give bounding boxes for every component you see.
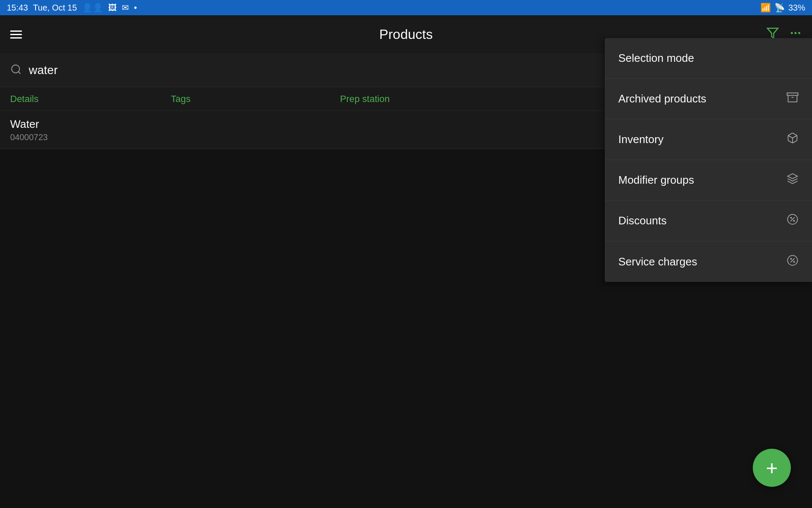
modifier-groups-icon bbox=[787, 173, 798, 188]
svg-point-3 bbox=[798, 32, 800, 34]
wifi-icon: 📶 bbox=[760, 3, 771, 13]
product-info: Water 04000723 bbox=[10, 118, 171, 142]
dropdown-item-service-charges[interactable]: Service charges bbox=[605, 241, 812, 282]
svg-point-2 bbox=[795, 32, 797, 34]
plus-icon: + bbox=[766, 456, 778, 480]
col-details-header: Details bbox=[10, 94, 171, 105]
service-charges-icon bbox=[787, 254, 798, 269]
add-product-button[interactable]: + bbox=[753, 449, 791, 487]
hamburger-line-1 bbox=[10, 30, 22, 32]
svg-point-1 bbox=[791, 32, 793, 34]
product-name: Water bbox=[10, 118, 171, 131]
dropdown-item-label-discounts: Discounts bbox=[618, 214, 787, 227]
dropdown-item-selection-mode[interactable]: Selection mode bbox=[605, 38, 812, 79]
signal-icon: 📡 bbox=[774, 3, 785, 13]
dropdown-item-archived-products[interactable]: Archived products bbox=[605, 79, 812, 119]
hamburger-line-3 bbox=[10, 37, 22, 39]
archive-icon bbox=[787, 91, 798, 106]
svg-point-16 bbox=[793, 261, 794, 262]
discounts-icon bbox=[787, 213, 798, 228]
dropdown-item-label-archived: Archived products bbox=[618, 92, 787, 105]
col-tags-header: Tags bbox=[171, 94, 340, 105]
dropdown-item-modifier-groups[interactable]: Modifier groups bbox=[605, 160, 812, 201]
image-icon: 🖼 bbox=[108, 3, 117, 13]
email-icon: ✉ bbox=[122, 3, 129, 13]
dot-icon: • bbox=[134, 3, 137, 13]
col-prep-header: Prep station bbox=[340, 94, 509, 105]
dropdown-item-discounts[interactable]: Discounts bbox=[605, 201, 812, 241]
dropdown-item-label-service: Service charges bbox=[618, 255, 787, 268]
svg-rect-6 bbox=[787, 93, 798, 96]
page-title: Products bbox=[379, 27, 433, 42]
hamburger-line-2 bbox=[10, 34, 22, 35]
product-code: 04000723 bbox=[10, 133, 171, 142]
svg-marker-0 bbox=[768, 28, 778, 38]
status-bar: 15:43 Tue, Oct 15 👤👤 🖼 ✉ • 📶 📡 33% bbox=[0, 0, 812, 15]
status-bar-right: 📶 📡 33% bbox=[760, 3, 805, 13]
svg-point-12 bbox=[793, 220, 794, 221]
inventory-icon bbox=[787, 132, 798, 147]
status-time: 15:43 bbox=[7, 3, 28, 13]
people-icon: 👤👤 bbox=[82, 3, 103, 13]
search-icon bbox=[10, 64, 22, 77]
dropdown-item-label-inventory: Inventory bbox=[618, 133, 787, 146]
dropdown-item-label-modifier: Modifier groups bbox=[618, 174, 787, 187]
battery-icon: 33% bbox=[788, 3, 805, 13]
svg-line-5 bbox=[18, 72, 20, 74]
dropdown-item-inventory[interactable]: Inventory bbox=[605, 119, 812, 160]
svg-point-11 bbox=[790, 217, 791, 218]
svg-point-15 bbox=[790, 258, 791, 259]
hamburger-menu[interactable] bbox=[10, 30, 22, 39]
dropdown-item-label-selection-mode: Selection mode bbox=[618, 52, 798, 65]
status-date: Tue, Oct 15 bbox=[33, 3, 77, 13]
svg-point-4 bbox=[12, 65, 20, 73]
status-bar-left: 15:43 Tue, Oct 15 👤👤 🖼 ✉ • bbox=[7, 3, 755, 13]
dropdown-menu: Selection mode Archived products Invento… bbox=[605, 38, 812, 282]
